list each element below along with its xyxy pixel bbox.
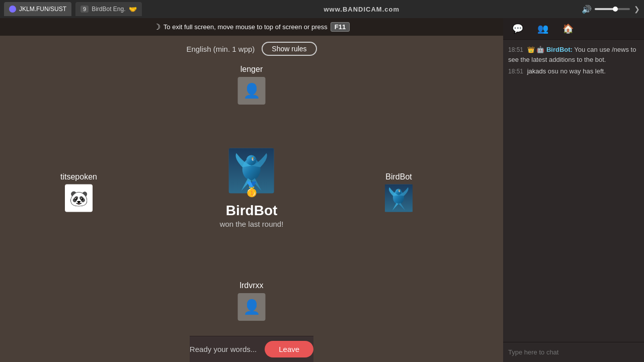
left-player-avatar: 🐼 — [65, 184, 93, 212]
svg-point-9 — [399, 191, 400, 191]
msg1-time: 18:51 — [508, 46, 523, 53]
medal-badge: 🥇 — [243, 180, 261, 197]
volume-fill — [595, 8, 614, 10]
bottom-player-name: lrdvrxx — [239, 281, 263, 290]
address-text: www.BANDICAM.com — [324, 6, 399, 13]
game-settings: English (min. 1 wpp) Show rules — [186, 42, 316, 56]
f11-key: F11 — [331, 22, 350, 32]
top-player-avatar: 👤 — [238, 77, 266, 105]
people-tab-icon: 👥 — [537, 24, 548, 34]
sidebar-chat: 18:51 👑 🤖 BirdBot: You can use /news to … — [503, 40, 644, 342]
left-player-name: titsepoken — [60, 172, 97, 181]
panda-icon: 🐼 — [69, 189, 88, 207]
game-area: ☽ To exit full screen, move mouse to top… — [0, 18, 503, 362]
right-player-avatar — [385, 184, 413, 212]
center-player-name: BirdBot — [226, 202, 278, 218]
top-player: lenger 👤 — [238, 65, 266, 105]
chat-tab-icon: 💬 — [512, 24, 523, 34]
players-layout: lenger 👤 titsepoken 🐼 — [0, 56, 503, 336]
msg2-time: 18:51 — [508, 68, 523, 75]
chat-message-1: 18:51 👑 🤖 BirdBot: You can use /news to … — [508, 45, 639, 64]
sidebar-tabs: 💬 👥 🏠 — [503, 18, 644, 40]
msg1-crown: 👑 — [527, 46, 535, 53]
show-rules-button[interactable]: Show rules — [262, 42, 316, 56]
sidebar-tab-home[interactable]: 🏠 — [557, 21, 579, 36]
chat-input-area[interactable] — [503, 342, 644, 362]
tab-birdbot-emoji: 🤝 — [129, 6, 137, 13]
moon-icon: ☽ — [153, 22, 160, 32]
tab-jklm-label: JKLM.FUN/SUST — [19, 6, 66, 13]
nav-forward-arrow[interactable]: ❯ — [634, 5, 640, 13]
tab-jklm-icon — [9, 6, 16, 13]
address-bar: www.BANDICAM.com — [146, 6, 578, 13]
fullscreen-text: To exit full screen, move mouse to top o… — [164, 23, 328, 31]
volume-icon: 🔊 — [582, 5, 592, 14]
center-player: 🥇 BirdBot won the last round! — [220, 148, 284, 228]
center-avatar-wrap: 🥇 — [229, 148, 274, 193]
sidebar-tab-chat[interactable]: 💬 — [507, 21, 528, 36]
right-player-name: BirdBot — [385, 172, 412, 181]
ready-text: Ready your words... — [190, 345, 257, 353]
msg1-user: BirdBot: — [546, 46, 573, 53]
bottom-player-person-icon: 👤 — [243, 299, 261, 315]
winner-subtitle: won the last round! — [220, 219, 284, 228]
msg1-icon: 🤖 — [536, 46, 544, 53]
tab-birdbot-count: 9 — [80, 6, 89, 13]
sidebar: 💬 👥 🏠 18:51 👑 🤖 BirdBot: You can use /ne… — [503, 18, 644, 362]
chat-input[interactable] — [507, 346, 640, 358]
svg-point-2 — [247, 155, 257, 165]
volume-slider[interactable] — [595, 8, 630, 10]
msg2-user: jakads — [527, 67, 546, 75]
volume-thumb — [613, 7, 618, 12]
birdbot-small-image — [385, 184, 413, 212]
bottom-bar: Ready your words... Leave — [190, 336, 313, 362]
home-tab-icon: 🏠 — [562, 24, 574, 34]
settings-label: English (min. 1 wpp) — [186, 45, 255, 53]
left-player: titsepoken 🐼 — [60, 172, 97, 212]
right-player: BirdBot — [385, 172, 413, 212]
fullscreen-notice: ☽ To exit full screen, move mouse to top… — [0, 18, 503, 36]
bottom-player-avatar: 👤 — [238, 293, 266, 321]
msg2-text: osu no way has left. — [548, 67, 606, 75]
tab-jklm[interactable]: JKLM.FUN/SUST — [4, 2, 71, 16]
chat-message-2: 18:51 jakads osu no way has left. — [508, 66, 639, 76]
main-area: ☽ To exit full screen, move mouse to top… — [0, 18, 644, 362]
bottom-player: lrdvrxx 👤 — [238, 281, 266, 321]
top-player-name: lenger — [240, 65, 263, 74]
browser-bar: JKLM.FUN/SUST 9 BirdBot Eng. 🤝 www.BANDI… — [0, 0, 644, 18]
sidebar-tab-people[interactable]: 👥 — [532, 21, 553, 36]
svg-point-7 — [395, 189, 401, 195]
svg-point-4 — [253, 159, 254, 160]
volume-area: 🔊 — [582, 5, 630, 14]
top-player-person-icon: 👤 — [243, 82, 261, 99]
tab-birdbot[interactable]: 9 BirdBot Eng. 🤝 — [75, 2, 142, 16]
tab-birdbot-label: BirdBot Eng. — [92, 6, 125, 13]
leave-button[interactable]: Leave — [265, 341, 313, 357]
